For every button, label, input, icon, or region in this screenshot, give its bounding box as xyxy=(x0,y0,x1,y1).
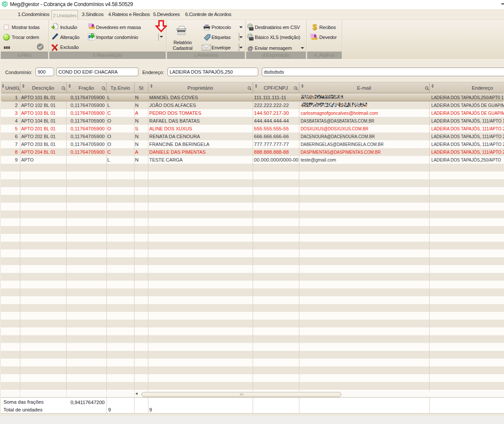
svg-text:@: @ xyxy=(247,45,253,52)
svg-text:$: $ xyxy=(312,23,317,31)
